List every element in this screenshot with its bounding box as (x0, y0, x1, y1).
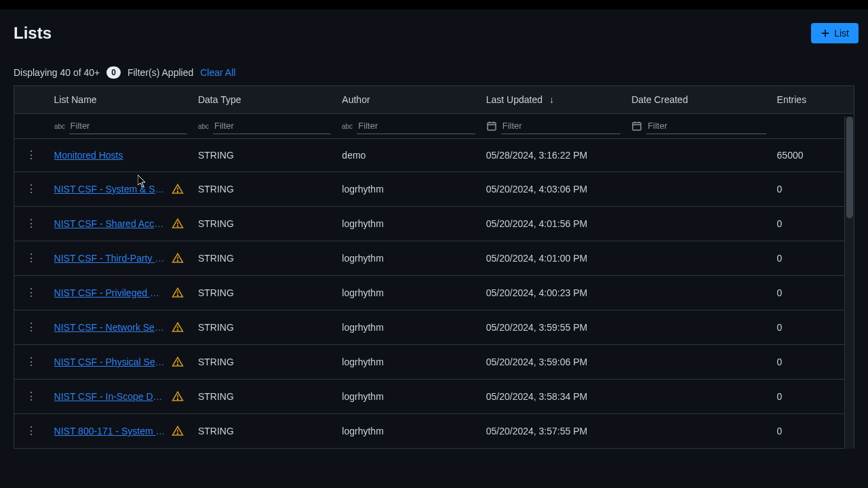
cell-last-updated: 05/28/2024, 3:16:22 PM (481, 139, 626, 172)
lists-table: List Name Data Type Author Last Updated … (14, 85, 854, 449)
sort-desc-icon: ↓ (549, 94, 554, 105)
cell-data-type: STRING (193, 207, 336, 241)
list-name-link[interactable]: NIST 800-171 - System & ... (54, 426, 166, 436)
cell-data-type: STRING (193, 139, 336, 172)
plus-icon (821, 28, 830, 38)
col-header-last-updated[interactable]: Last Updated ↓ (481, 86, 626, 114)
page-title: Lists (14, 24, 52, 43)
cell-author: logrhythm (336, 345, 480, 380)
cell-date-created (626, 241, 771, 276)
list-name-link[interactable]: NIST CSF - System & Servi... (54, 184, 166, 195)
table-row: ⋮NIST CSF - Physical Securi...STRINGlogr… (14, 345, 854, 380)
list-name-link[interactable]: NIST CSF - In-Scope Data ... (54, 391, 166, 402)
table-row: ⋮NIST CSF - In-Scope Data ...STRINGlogrh… (14, 380, 854, 414)
list-name-link[interactable]: NIST CSF - Physical Securi... (54, 357, 166, 367)
col-header-list-name[interactable]: List Name (49, 86, 193, 114)
cell-author: logrhythm (336, 414, 480, 449)
text-filter-icon: abc (198, 121, 209, 131)
svg-rect-7 (633, 123, 641, 130)
warning-icon (172, 390, 184, 403)
cell-data-type: STRING (193, 172, 336, 207)
svg-point-14 (177, 226, 178, 226)
table-row: ⋮NIST CSF - Network Secur...STRINGlogrhy… (14, 310, 854, 345)
filter-data-type[interactable] (213, 118, 331, 134)
list-name-link[interactable]: NIST CSF - Privileged Users (54, 287, 166, 298)
vertical-scrollbar[interactable] (844, 117, 854, 449)
cell-last-updated: 05/20/2024, 4:01:00 PM (481, 241, 626, 276)
svg-text:abc: abc (342, 123, 353, 130)
svg-point-20 (177, 329, 178, 330)
svg-point-18 (177, 295, 178, 296)
warning-icon (172, 183, 184, 195)
row-menu-button[interactable]: ⋮ (14, 172, 49, 207)
col-header-data-type[interactable]: Data Type (193, 86, 336, 114)
cell-entries: 0 (772, 276, 854, 310)
calendar-icon (631, 121, 642, 131)
new-list-button[interactable]: List (811, 23, 859, 43)
cell-date-created (626, 414, 771, 449)
row-menu-button[interactable]: ⋮ (14, 207, 49, 241)
cell-last-updated: 05/20/2024, 4:00:23 PM (481, 276, 626, 310)
row-menu-button[interactable]: ⋮ (14, 241, 49, 276)
row-menu-button[interactable]: ⋮ (14, 380, 49, 414)
new-list-label: List (834, 28, 849, 39)
warning-icon (172, 356, 184, 368)
cell-date-created (626, 276, 771, 310)
cell-date-created (626, 207, 771, 241)
cell-author: demo (336, 139, 480, 172)
filter-date-created[interactable] (646, 118, 766, 134)
cell-entries: 0 (772, 380, 854, 414)
svg-point-22 (177, 364, 178, 365)
list-name-link[interactable]: NIST CSF - Network Secur... (54, 322, 166, 333)
list-name-link[interactable]: NIST CSF - Shared Accounts (54, 218, 166, 229)
text-filter-icon: abc (54, 121, 65, 131)
col-header-author[interactable]: Author (336, 86, 480, 114)
row-menu-button[interactable]: ⋮ (14, 310, 49, 345)
row-menu-button[interactable]: ⋮ (14, 345, 49, 380)
cell-data-type: STRING (193, 276, 336, 310)
svg-point-26 (177, 433, 178, 434)
table-row: ⋮Monitored HostsSTRINGdemo05/28/2024, 3:… (14, 139, 854, 172)
displaying-count: Displaying 40 of 40+ (14, 67, 100, 78)
cell-last-updated: 05/20/2024, 3:57:55 PM (481, 414, 626, 449)
table-row: ⋮NIST 800-171 - System & ...STRINGlogrhy… (14, 414, 854, 449)
list-name-link[interactable]: NIST CSF - Third-Party Us... (54, 253, 166, 264)
row-menu-button[interactable]: ⋮ (14, 276, 49, 310)
warning-icon (172, 287, 184, 299)
svg-rect-3 (488, 123, 496, 130)
cell-author: logrhythm (336, 207, 480, 241)
scrollbar-thumb[interactable] (846, 117, 853, 218)
table-row: ⋮NIST CSF - Privileged UsersSTRINGlogrhy… (14, 276, 854, 310)
cell-date-created (626, 172, 771, 207)
cell-entries: 0 (772, 241, 854, 276)
cell-author: logrhythm (336, 310, 480, 345)
list-name-link[interactable]: Monitored Hosts (54, 150, 123, 161)
table-row: ⋮NIST CSF - Shared AccountsSTRINGlogrhyt… (14, 207, 854, 241)
cell-author: logrhythm (336, 276, 480, 310)
filter-count-badge: 0 (106, 66, 121, 79)
row-menu-button[interactable]: ⋮ (14, 139, 49, 172)
col-header-actions (14, 86, 49, 114)
svg-point-16 (177, 260, 178, 261)
svg-text:abc: abc (198, 123, 209, 130)
cell-author: logrhythm (336, 172, 480, 207)
calendar-icon (486, 121, 497, 131)
svg-point-12 (177, 191, 178, 192)
filter-author[interactable] (357, 118, 475, 134)
cell-entries: 0 (772, 172, 854, 207)
row-menu-button[interactable]: ⋮ (14, 414, 49, 449)
col-header-entries[interactable]: Entries (772, 86, 854, 114)
warning-icon (172, 252, 184, 264)
clear-all-link[interactable]: Clear All (200, 67, 235, 78)
cell-data-type: STRING (193, 345, 336, 380)
filters-applied-label: Filter(s) Applied (127, 67, 193, 78)
filter-list-name[interactable] (69, 118, 187, 134)
cell-data-type: STRING (193, 310, 336, 345)
cell-data-type: STRING (193, 380, 336, 414)
cell-last-updated: 05/20/2024, 4:01:56 PM (481, 207, 626, 241)
text-filter-icon: abc (342, 121, 353, 131)
col-header-date-created[interactable]: Date Created (626, 86, 771, 114)
cell-last-updated: 05/20/2024, 3:59:55 PM (481, 310, 626, 345)
table-row: ⋮NIST CSF - Third-Party Us...STRINGlogrh… (14, 241, 854, 276)
filter-last-updated[interactable] (501, 118, 620, 134)
